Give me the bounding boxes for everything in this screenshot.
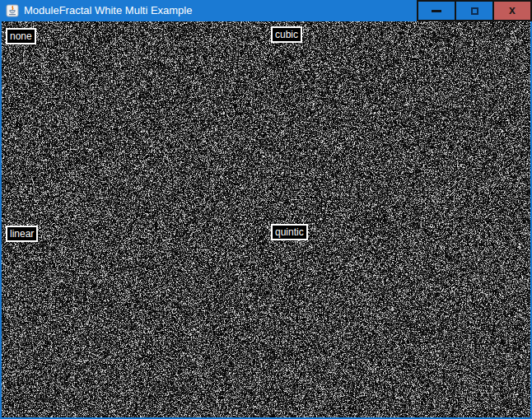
noise-label-cubic: cubic	[271, 26, 302, 43]
noise-viewport: none cubic linear quintic	[2, 21, 530, 417]
noise-label-quintic: quintic	[271, 224, 308, 240]
maximize-icon	[471, 7, 478, 15]
java-app-icon	[6, 4, 19, 17]
window-title: ModuleFractal White Multi Example	[24, 0, 192, 21]
close-button[interactable]: x	[492, 0, 532, 21]
minimize-icon	[432, 10, 441, 12]
window-controls: x	[418, 0, 532, 21]
noise-label-linear: linear	[6, 226, 38, 242]
titlebar[interactable]: ModuleFractal White Multi Example x	[0, 0, 532, 21]
maximize-button[interactable]	[455, 0, 494, 21]
noise-label-none: none	[6, 28, 36, 44]
app-window: ModuleFractal White Multi Example x none…	[0, 0, 532, 419]
close-icon: x	[509, 4, 516, 16]
minimize-button[interactable]	[417, 0, 456, 21]
noise-canvas	[2, 21, 530, 417]
